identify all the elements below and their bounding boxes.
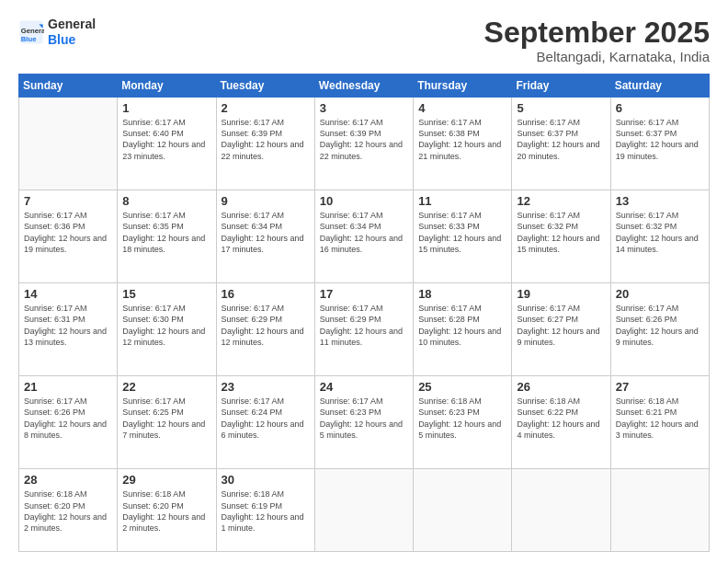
day-info: Sunrise: 6:18 AMSunset: 6:23 PMDaylight:… [418,396,506,441]
day-number: 1 [122,101,210,115]
calendar-cell: 21Sunrise: 6:17 AMSunset: 6:26 PMDayligh… [19,376,118,469]
day-number: 10 [320,194,408,208]
week-row-1: 1Sunrise: 6:17 AMSunset: 6:40 PMDaylight… [19,98,710,190]
logo-line1: General [48,17,96,32]
calendar-cell [19,98,118,190]
day-info: Sunrise: 6:17 AMSunset: 6:23 PMDaylight:… [320,396,408,441]
day-number: 17 [320,287,408,301]
day-number: 13 [616,194,704,208]
day-info: Sunrise: 6:17 AMSunset: 6:29 PMDaylight:… [320,303,408,348]
calendar-cell: 18Sunrise: 6:17 AMSunset: 6:28 PMDayligh… [414,283,512,376]
day-number: 5 [517,101,605,115]
day-number: 8 [122,194,210,208]
calendar-cell: 19Sunrise: 6:17 AMSunset: 6:27 PMDayligh… [512,283,610,376]
calendar-cell: 7Sunrise: 6:17 AMSunset: 6:36 PMDaylight… [19,190,118,283]
day-info: Sunrise: 6:17 AMSunset: 6:34 PMDaylight:… [222,210,310,255]
calendar-cell: 24Sunrise: 6:17 AMSunset: 6:23 PMDayligh… [314,376,413,469]
logo-icon: General Blue [18,19,44,45]
week-row-5: 28Sunrise: 6:18 AMSunset: 6:20 PMDayligh… [19,469,710,552]
calendar-cell: 30Sunrise: 6:18 AMSunset: 6:19 PMDayligh… [216,469,314,552]
day-info: Sunrise: 6:17 AMSunset: 6:26 PMDaylight:… [24,396,112,441]
header-friday: Friday [512,75,610,98]
calendar-cell: 15Sunrise: 6:17 AMSunset: 6:30 PMDayligh… [118,283,216,376]
calendar-cell: 8Sunrise: 6:17 AMSunset: 6:35 PMDaylight… [118,190,216,283]
day-number: 7 [24,194,112,208]
day-number: 20 [616,287,704,301]
header-sunday: Sunday [19,75,118,98]
day-info: Sunrise: 6:17 AMSunset: 6:32 PMDaylight:… [616,210,704,255]
day-number: 27 [616,380,704,394]
day-number: 21 [24,380,112,394]
calendar-cell: 14Sunrise: 6:17 AMSunset: 6:31 PMDayligh… [19,283,118,376]
location-title: Beltangadi, Karnataka, India [484,49,710,64]
day-info: Sunrise: 6:17 AMSunset: 6:30 PMDaylight:… [122,303,210,348]
day-info: Sunrise: 6:17 AMSunset: 6:40 PMDaylight:… [122,117,210,162]
calendar-cell: 12Sunrise: 6:17 AMSunset: 6:32 PMDayligh… [512,190,610,283]
calendar-cell: 22Sunrise: 6:17 AMSunset: 6:25 PMDayligh… [118,376,216,469]
calendar-cell: 6Sunrise: 6:17 AMSunset: 6:37 PMDaylight… [610,98,709,190]
calendar-cell [414,469,512,552]
title-block: September 2025 Beltangadi, Karnataka, In… [484,17,710,64]
header-monday: Monday [118,75,216,98]
day-number: 25 [418,380,506,394]
svg-text:General: General [21,27,44,35]
day-number: 4 [418,101,506,115]
calendar-cell: 9Sunrise: 6:17 AMSunset: 6:34 PMDaylight… [216,190,314,283]
calendar-cell: 11Sunrise: 6:17 AMSunset: 6:33 PMDayligh… [414,190,512,283]
day-info: Sunrise: 6:18 AMSunset: 6:22 PMDaylight:… [517,396,605,441]
day-info: Sunrise: 6:17 AMSunset: 6:29 PMDaylight:… [222,303,310,348]
day-number: 30 [222,473,310,487]
day-info: Sunrise: 6:17 AMSunset: 6:37 PMDaylight:… [517,117,605,162]
calendar-table: Sunday Monday Tuesday Wednesday Thursday… [18,74,710,552]
header-saturday: Saturday [610,75,709,98]
month-title: September 2025 [484,17,710,49]
day-number: 26 [517,380,605,394]
calendar-cell: 28Sunrise: 6:18 AMSunset: 6:20 PMDayligh… [19,469,118,552]
calendar-cell: 17Sunrise: 6:17 AMSunset: 6:29 PMDayligh… [314,283,413,376]
day-info: Sunrise: 6:17 AMSunset: 6:39 PMDaylight:… [320,117,408,162]
day-number: 28 [24,473,112,487]
day-number: 3 [320,101,408,115]
day-number: 2 [222,101,310,115]
day-number: 29 [122,473,210,487]
logo: General Blue General Blue [18,17,96,48]
calendar-cell [512,469,610,552]
calendar-cell: 27Sunrise: 6:18 AMSunset: 6:21 PMDayligh… [610,376,709,469]
calendar-cell: 23Sunrise: 6:17 AMSunset: 6:24 PMDayligh… [216,376,314,469]
day-info: Sunrise: 6:17 AMSunset: 6:39 PMDaylight:… [222,117,310,162]
header-thursday: Thursday [414,75,512,98]
calendar-cell [314,469,413,552]
day-number: 22 [122,380,210,394]
calendar-cell: 1Sunrise: 6:17 AMSunset: 6:40 PMDaylight… [118,98,216,190]
day-number: 19 [517,287,605,301]
week-row-3: 14Sunrise: 6:17 AMSunset: 6:31 PMDayligh… [19,283,710,376]
calendar-cell: 3Sunrise: 6:17 AMSunset: 6:39 PMDaylight… [314,98,413,190]
day-info: Sunrise: 6:17 AMSunset: 6:25 PMDaylight:… [122,396,210,441]
calendar-cell: 29Sunrise: 6:18 AMSunset: 6:20 PMDayligh… [118,469,216,552]
day-info: Sunrise: 6:17 AMSunset: 6:36 PMDaylight:… [24,210,112,255]
calendar-cell [610,469,709,552]
day-info: Sunrise: 6:17 AMSunset: 6:28 PMDaylight:… [418,303,506,348]
day-number: 14 [24,287,112,301]
header-wednesday: Wednesday [314,75,413,98]
page: General Blue General Blue September 2025… [0,0,728,563]
day-number: 9 [222,194,310,208]
week-row-4: 21Sunrise: 6:17 AMSunset: 6:26 PMDayligh… [19,376,710,469]
day-info: Sunrise: 6:18 AMSunset: 6:20 PMDaylight:… [24,488,112,534]
day-number: 11 [418,194,506,208]
header: General Blue General Blue September 2025… [18,17,710,64]
calendar-cell: 2Sunrise: 6:17 AMSunset: 6:39 PMDaylight… [216,98,314,190]
weekday-header-row: Sunday Monday Tuesday Wednesday Thursday… [19,75,710,98]
day-number: 18 [418,287,506,301]
day-info: Sunrise: 6:17 AMSunset: 6:27 PMDaylight:… [517,303,605,348]
day-info: Sunrise: 6:17 AMSunset: 6:37 PMDaylight:… [616,117,704,162]
day-info: Sunrise: 6:17 AMSunset: 6:33 PMDaylight:… [418,210,506,255]
svg-text:Blue: Blue [21,35,37,43]
day-info: Sunrise: 6:17 AMSunset: 6:34 PMDaylight:… [320,210,408,255]
calendar-cell: 25Sunrise: 6:18 AMSunset: 6:23 PMDayligh… [414,376,512,469]
day-info: Sunrise: 6:17 AMSunset: 6:38 PMDaylight:… [418,117,506,162]
day-number: 24 [320,380,408,394]
day-info: Sunrise: 6:17 AMSunset: 6:32 PMDaylight:… [517,210,605,255]
calendar-cell: 5Sunrise: 6:17 AMSunset: 6:37 PMDaylight… [512,98,610,190]
header-tuesday: Tuesday [216,75,314,98]
